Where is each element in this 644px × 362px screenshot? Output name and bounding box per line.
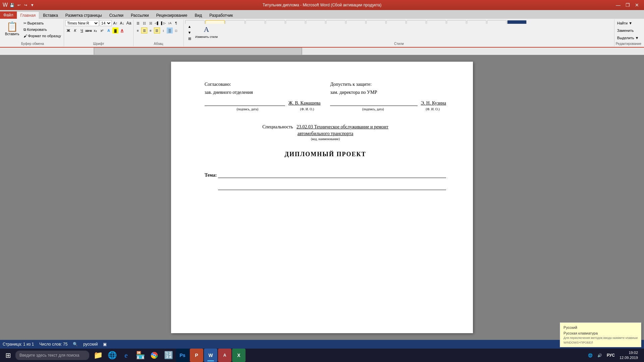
close-btn[interactable]: ✕ xyxy=(633,2,641,8)
style-subtitle-item[interactable]: АаБбВв Подзагол... xyxy=(286,20,305,24)
taskbar-edge[interactable]: 🌐 xyxy=(105,349,119,362)
style-regular-item[interactable]: АаБбВв Обычный xyxy=(205,20,225,24)
tab-insert[interactable]: Вставка xyxy=(39,11,62,19)
align-left-btn[interactable]: ≡ xyxy=(135,27,141,34)
increase-indent-btn[interactable]: ▌▷ xyxy=(160,20,166,26)
copy-button[interactable]: ⧉ Копировать xyxy=(22,26,62,33)
paste-button[interactable]: 📋 Вставить xyxy=(3,20,21,40)
subscript-btn[interactable]: х₂ xyxy=(92,27,98,34)
superscript-btn[interactable]: х² xyxy=(99,27,105,34)
underline-btn[interactable]: Ч xyxy=(79,27,85,34)
approved-role: зав. дневного отделения xyxy=(205,90,321,95)
taskbar-photoshop[interactable]: Ps xyxy=(176,349,189,362)
maximize-btn[interactable]: ❐ xyxy=(623,2,632,8)
main-title: ДИПЛОМНЫЙ ПРОЕКТ xyxy=(205,151,446,158)
style-strong-item[interactable]: АаБбВв Сильное... xyxy=(326,20,345,24)
style-h2-item[interactable]: Заголово Заголово... xyxy=(246,20,265,24)
tab-view[interactable]: Вид xyxy=(191,11,206,19)
save-quick-btn[interactable]: 💾 xyxy=(9,2,15,8)
taskbar-access[interactable]: A xyxy=(218,349,231,362)
style-subtle-item[interactable]: АаБбВв Слабое в... xyxy=(306,20,325,24)
taskbar-ie[interactable]: e xyxy=(119,349,133,362)
style-11-item[interactable]: АаБбВвГт АаБбВвГт xyxy=(386,20,406,24)
style-12-item[interactable]: АаБбВвГт АаБбВвГт xyxy=(407,20,426,24)
numbering-btn[interactable]: ☷ xyxy=(141,20,147,26)
customize-quick-btn[interactable]: ▼ xyxy=(29,2,35,8)
page-count[interactable]: Страница: 1 из 1 xyxy=(3,342,34,347)
taskbar-calculator[interactable]: 🔢 xyxy=(162,349,175,362)
text-effects-btn[interactable]: А xyxy=(106,27,112,34)
language-indicator[interactable]: русский xyxy=(83,342,98,347)
tab-home[interactable]: Главная xyxy=(17,11,40,19)
strikethrough-btn[interactable]: зачк xyxy=(86,27,92,34)
select-btn[interactable]: Выделить ▼ xyxy=(616,35,640,41)
taskbar-store[interactable]: 🏪 xyxy=(133,349,147,362)
change-styles-icon: A xyxy=(204,25,209,34)
redo-quick-btn[interactable]: ↪ xyxy=(22,2,29,8)
decrease-indent-btn[interactable]: ◁▌ xyxy=(154,20,160,26)
word-count[interactable]: Число слов: 75 xyxy=(39,342,67,347)
style-16-item[interactable]: ААБВВГТ ААБВВГТ xyxy=(487,20,506,24)
multilevel-btn[interactable]: ☵ xyxy=(148,20,154,26)
style-9-item[interactable]: АаБбВвГг АаБбВвГг xyxy=(346,20,366,24)
replace-btn[interactable]: Заменить xyxy=(616,27,635,34)
taskbar-chrome[interactable] xyxy=(148,349,161,362)
align-center-btn[interactable]: ☰ xyxy=(141,27,147,34)
clipboard-small-buttons: ✂ Вырезать ⧉ Копировать 🖌 Формат по обра… xyxy=(22,20,62,39)
document-area[interactable]: Согласовано: зав. дневного отделения Ж. … xyxy=(0,55,644,340)
style-normal-item[interactable]: АаБбВв Без инте... xyxy=(185,20,205,24)
decrease-font-btn[interactable]: A↓ xyxy=(119,20,125,26)
align-right-btn[interactable]: ≡ xyxy=(148,27,154,34)
tab-page-layout[interactable]: Разметка страницы xyxy=(62,11,106,19)
spell-icon[interactable]: 🔍 xyxy=(73,342,78,347)
clock[interactable]: 19:02 12.09.2019 xyxy=(618,350,640,361)
font-name-select[interactable]: Times New R xyxy=(65,20,99,26)
taskbar-search[interactable] xyxy=(15,351,89,360)
shading-btn[interactable]: ▒ xyxy=(167,27,173,34)
language-tray[interactable]: РУС xyxy=(605,352,616,358)
style-17-item[interactable]: АА АА xyxy=(507,20,527,24)
sort-btn[interactable]: ↕A xyxy=(167,20,173,26)
taskbar-file-explorer[interactable]: 📁 xyxy=(91,349,105,362)
minimize-btn[interactable]: — xyxy=(614,2,623,8)
style-title-item[interactable]: АаБ Название xyxy=(266,20,285,24)
start-button[interactable]: ⊞ xyxy=(1,349,15,362)
border-btn[interactable]: □ xyxy=(173,27,179,34)
tab-file[interactable]: Файл xyxy=(0,11,17,19)
highlight-btn[interactable]: ▓ xyxy=(112,27,118,34)
layout-icon-symbol: ▣ xyxy=(103,342,107,347)
change-styles-btn[interactable]: Изменить стили xyxy=(194,34,219,40)
italic-btn[interactable]: К xyxy=(72,27,78,34)
font-size-select[interactable]: 14 xyxy=(100,20,112,26)
cut-button[interactable]: ✂ Вырезать xyxy=(22,20,62,26)
styles-more[interactable]: ⊞ xyxy=(186,36,193,41)
style-15-item[interactable]: ААБбВвГт ААБбВвГт xyxy=(467,20,486,24)
tab-developer[interactable]: Разработчик xyxy=(206,11,236,19)
volume-icon[interactable]: 🔊 xyxy=(596,353,603,358)
increase-font-btn[interactable]: A↑ xyxy=(112,20,118,26)
format-painter-button[interactable]: 🖌 Формат по образцу xyxy=(22,33,62,39)
show-marks-btn[interactable]: ¶ xyxy=(173,20,179,26)
style-14-item[interactable]: АаБбВвГт АаБбВвГт xyxy=(447,20,466,24)
style-13-item[interactable]: АаБбВвГт АаБбВвГт xyxy=(427,20,446,24)
taskbar-powerpoint[interactable]: P xyxy=(190,349,203,362)
taskbar-word[interactable]: W xyxy=(204,349,217,362)
text-color-btn[interactable]: А xyxy=(119,27,125,34)
document-page[interactable]: Согласовано: зав. дневного отделения Ж. … xyxy=(171,62,473,333)
find-btn[interactable]: Найти ▼ xyxy=(616,20,634,26)
line-spacing-btn[interactable]: ↕ xyxy=(160,27,166,34)
tab-references[interactable]: Ссылки xyxy=(106,11,127,19)
styles-scroll-down[interactable]: ▼ xyxy=(186,30,193,35)
tab-review[interactable]: Рецензирование xyxy=(153,11,191,19)
style-10-item[interactable]: АаБоВвГr АаБоВвГr xyxy=(366,20,386,24)
bullets-btn[interactable]: ☰ xyxy=(135,20,141,26)
undo-quick-btn[interactable]: ↩ xyxy=(16,2,22,8)
bold-btn[interactable]: Ж xyxy=(65,27,71,34)
taskbar-excel[interactable]: X xyxy=(232,349,246,362)
style-h1-item[interactable]: Заголово Заголово... xyxy=(225,20,245,24)
justify-btn[interactable]: ☰ xyxy=(154,27,160,34)
network-icon[interactable]: 🌐 xyxy=(587,353,594,358)
tab-mailings[interactable]: Рассылки xyxy=(127,11,153,19)
styles-scroll-up[interactable]: ▲ xyxy=(186,24,193,29)
clear-format-btn[interactable]: Аа xyxy=(126,20,132,26)
